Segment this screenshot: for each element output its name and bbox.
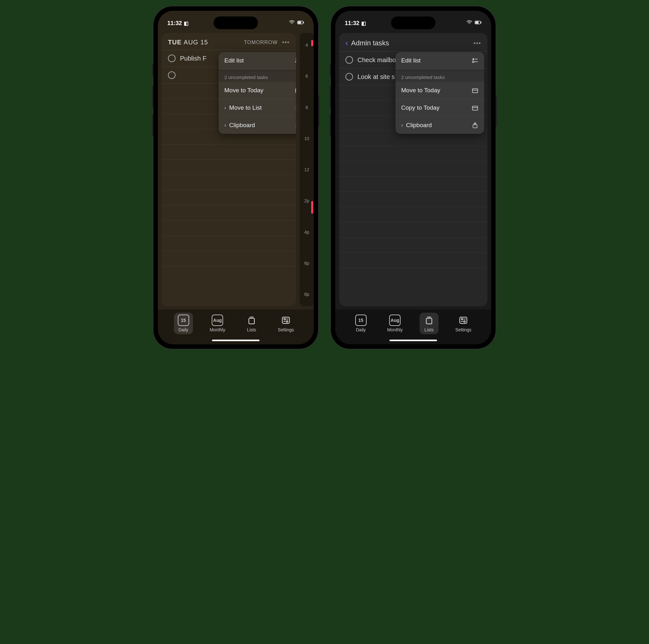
today-icon	[472, 104, 478, 111]
tab-daily[interactable]: 15 Daily	[174, 313, 193, 334]
task-checkbox[interactable]	[168, 54, 176, 62]
task-checkbox[interactable]	[345, 73, 353, 81]
svg-rect-12	[249, 318, 255, 324]
tab-settings[interactable]: Settings	[274, 313, 298, 334]
svg-point-36	[464, 321, 465, 322]
timeline-hour: 10	[300, 136, 314, 141]
list-title: Admin tasks	[351, 39, 389, 47]
tab-monthly[interactable]: Aug Monthly	[206, 313, 229, 334]
menu-edit-list[interactable]: Edit list	[395, 52, 484, 70]
svg-rect-33	[460, 317, 467, 323]
task-label: Look at site s	[357, 73, 395, 81]
svg-point-15	[284, 318, 286, 320]
svg-point-17	[286, 321, 288, 322]
task-checkbox[interactable]	[345, 56, 353, 64]
menu-copy-today[interactable]: Copy to Today	[395, 99, 484, 117]
today-icon	[295, 87, 296, 94]
back-chevron-icon[interactable]: ‹	[345, 39, 348, 48]
menu-subheader: 2 uncompleted tasks	[395, 71, 484, 82]
wifi-icon	[288, 19, 295, 28]
status-time: 11:32	[345, 20, 359, 27]
event-marker-icon	[311, 201, 313, 214]
svg-point-5	[296, 61, 296, 63]
volume-button	[152, 86, 154, 108]
daily-card: TUE AUG 15 TOMORROW ••• Publish F	[162, 33, 296, 306]
list-icon	[295, 104, 296, 111]
menu-clipboard[interactable]: › Clipboard	[395, 117, 484, 134]
battery-icon	[297, 19, 304, 28]
phone-frame-left: 11:32 ◧ TUE AUG 15 TOMORROW	[154, 6, 318, 349]
menu-move-today[interactable]: Move to Today	[395, 82, 484, 99]
tab-monthly[interactable]: Aug Monthly	[383, 313, 406, 334]
svg-point-34	[462, 318, 463, 320]
svg-point-24	[473, 61, 474, 63]
svg-rect-31	[426, 318, 432, 324]
settings-icon	[458, 315, 469, 326]
tab-lists[interactable]: Lists	[242, 313, 261, 334]
today-icon	[472, 87, 478, 94]
bookmark-icon: ◧	[361, 20, 366, 26]
svg-rect-14	[283, 317, 290, 323]
timeline-hour: 6p	[300, 260, 314, 266]
wifi-icon	[466, 19, 473, 28]
menu-edit-list[interactable]: Edit list	[219, 52, 296, 70]
svg-rect-1	[303, 22, 304, 23]
dynamic-island	[391, 16, 435, 29]
menu-clipboard[interactable]: › Clipboard	[219, 117, 296, 134]
chevron-right-icon: ›	[224, 105, 226, 111]
timeline-hour: 6	[300, 74, 314, 79]
menu-subheader: 2 uncompleted tasks	[219, 71, 296, 82]
menu-move-list[interactable]: › Move to List	[219, 99, 296, 117]
edit-list-icon	[295, 57, 296, 64]
power-button	[318, 95, 319, 127]
calendar-month-icon: Aug	[389, 315, 400, 326]
svg-rect-7	[296, 89, 296, 93]
tab-settings[interactable]: Settings	[451, 313, 475, 334]
task-label: Publish F	[180, 55, 206, 62]
svg-rect-21	[475, 21, 478, 23]
timeline-hour: 4p	[300, 230, 314, 235]
svg-point-22	[473, 59, 474, 60]
svg-rect-28	[473, 106, 478, 110]
tab-bar: 15 Daily Aug Monthly Lists Settings	[158, 310, 314, 345]
calendar-month-icon: Aug	[212, 315, 223, 326]
svg-rect-26	[473, 89, 478, 93]
more-icon[interactable]: •••	[282, 39, 290, 46]
chevron-right-icon: ›	[224, 122, 226, 128]
task-label: Check mailbo	[357, 56, 396, 64]
tab-daily[interactable]: 15 Daily	[351, 313, 371, 334]
settings-icon	[280, 315, 292, 326]
list-card: ‹ Admin tasks ••• Check mailbo Look at s…	[339, 33, 487, 306]
timeline-sidebar[interactable]: 4 6 8 10 12 2p 4p 6p 8p	[300, 33, 314, 306]
more-icon[interactable]: •••	[473, 40, 481, 47]
bookmark-icon: ◧	[184, 20, 188, 26]
dynamic-island	[214, 16, 258, 29]
battery-icon	[475, 19, 482, 28]
volume-button	[152, 64, 154, 76]
timeline-hour: 12	[300, 167, 314, 172]
lists-icon	[423, 315, 435, 326]
menu-move-today[interactable]: Move to Today	[219, 82, 296, 99]
volume-button	[330, 86, 331, 108]
context-menu: Edit list 2 uncompleted tasks Move to To…	[219, 52, 296, 134]
tab-bar: 15 Daily Aug Monthly Lists Settings	[335, 310, 491, 345]
now-marker-icon	[311, 40, 313, 46]
svg-rect-20	[481, 22, 481, 23]
power-button	[495, 95, 497, 127]
tab-lists[interactable]: Lists	[420, 313, 439, 334]
share-icon	[472, 122, 478, 129]
timeline-hour: 8p	[300, 292, 314, 297]
status-time: 11:32	[167, 20, 182, 27]
task-checkbox[interactable]	[168, 71, 176, 79]
volume-button	[152, 114, 154, 136]
phone-frame-right: 11:32 ◧ ‹ Admin tasks •••	[331, 6, 495, 349]
calendar-day-icon: 15	[355, 315, 366, 326]
edit-list-icon	[472, 57, 478, 64]
volume-button	[330, 114, 331, 136]
date-header: TUE AUG 15	[168, 39, 208, 46]
home-indicator[interactable]	[212, 339, 260, 341]
chevron-right-icon: ›	[401, 122, 403, 128]
tomorrow-label[interactable]: TOMORROW	[244, 40, 277, 45]
timeline-hour: 8	[300, 105, 314, 110]
home-indicator[interactable]	[389, 339, 437, 341]
